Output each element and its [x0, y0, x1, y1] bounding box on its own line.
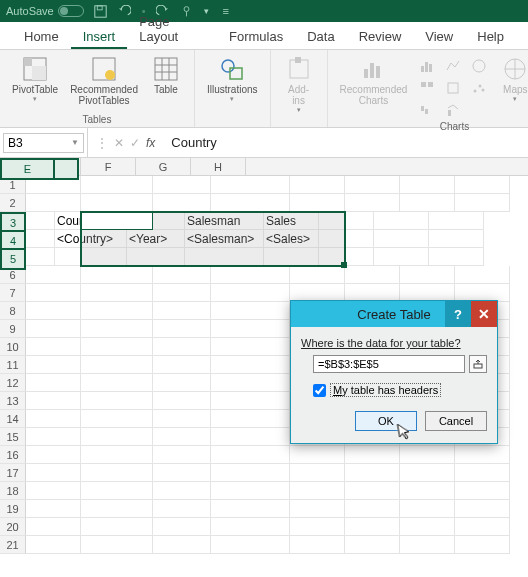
- row-header-20[interactable]: 20: [0, 518, 26, 536]
- cell-F2[interactable]: [345, 194, 400, 212]
- cell-D4[interactable]: <Salesman>: [185, 230, 264, 248]
- cell-G3[interactable]: [374, 212, 429, 230]
- cell-B9[interactable]: [81, 320, 153, 338]
- recommended-pivottables-button[interactable]: Recommended PivotTables: [66, 54, 142, 108]
- addins-button[interactable]: Add- ins: [279, 54, 319, 116]
- cell-A11[interactable]: [26, 356, 81, 374]
- cell-F3[interactable]: [319, 212, 374, 230]
- cell-H2[interactable]: [455, 194, 510, 212]
- cell-G2[interactable]: [400, 194, 455, 212]
- cell-E1[interactable]: [290, 176, 345, 194]
- cell-E2[interactable]: [290, 194, 345, 212]
- tab-review[interactable]: Review: [347, 23, 414, 49]
- cell-A1[interactable]: [26, 176, 81, 194]
- cell-H1[interactable]: [455, 176, 510, 194]
- cell-H20[interactable]: [455, 518, 510, 536]
- cell-B11[interactable]: [81, 356, 153, 374]
- row-header-6[interactable]: 6: [0, 266, 26, 284]
- cell-C2[interactable]: [153, 194, 211, 212]
- headers-checkbox-label[interactable]: My table has headers: [330, 383, 441, 397]
- cell-B14[interactable]: [81, 410, 153, 428]
- cell-C16[interactable]: [153, 446, 211, 464]
- cell-D1[interactable]: [211, 176, 290, 194]
- cell-E16[interactable]: [290, 446, 345, 464]
- row-header-11[interactable]: 11: [0, 356, 26, 374]
- range-input[interactable]: [313, 355, 465, 373]
- cell-A7[interactable]: [26, 284, 81, 302]
- row-header-13[interactable]: 13: [0, 392, 26, 410]
- cell-C5[interactable]: [127, 248, 185, 266]
- row-header-1[interactable]: 1: [0, 176, 26, 194]
- cell-B1[interactable]: [81, 176, 153, 194]
- cell-D11[interactable]: [211, 356, 290, 374]
- column-chart-icon[interactable]: [415, 56, 439, 77]
- cell-D20[interactable]: [211, 518, 290, 536]
- cell-A10[interactable]: [26, 338, 81, 356]
- cancel-formula-icon[interactable]: ✕: [114, 136, 124, 150]
- cell-A18[interactable]: [26, 482, 81, 500]
- cell-H4[interactable]: [429, 230, 484, 248]
- autosave-switch-off[interactable]: [58, 5, 84, 17]
- combo-chart-icon[interactable]: [441, 100, 465, 121]
- cell-G6[interactable]: [400, 266, 455, 284]
- cell-F1[interactable]: [345, 176, 400, 194]
- row-header-21[interactable]: 21: [0, 536, 26, 554]
- cell-C13[interactable]: [153, 392, 211, 410]
- row-header-8[interactable]: 8: [0, 302, 26, 320]
- cell-B20[interactable]: [81, 518, 153, 536]
- cell-D16[interactable]: [211, 446, 290, 464]
- cell-A4[interactable]: [0, 230, 55, 248]
- cell-G1[interactable]: [400, 176, 455, 194]
- cell-D14[interactable]: [211, 410, 290, 428]
- cell-D18[interactable]: [211, 482, 290, 500]
- cell-E21[interactable]: [290, 536, 345, 554]
- cell-E3[interactable]: Sales: [264, 212, 319, 230]
- dialog-close-button[interactable]: ✕: [471, 301, 497, 327]
- cell-F16[interactable]: [345, 446, 400, 464]
- cell-D19[interactable]: [211, 500, 290, 518]
- col-header-G[interactable]: G: [136, 158, 191, 175]
- autosave-toggle[interactable]: AutoSave: [6, 5, 84, 17]
- row-header-18[interactable]: 18: [0, 482, 26, 500]
- cell-E17[interactable]: [290, 464, 345, 482]
- cell-A17[interactable]: [26, 464, 81, 482]
- cell-A9[interactable]: [26, 320, 81, 338]
- recommended-charts-button[interactable]: Recommended Charts: [336, 54, 412, 121]
- cell-B5[interactable]: [55, 248, 127, 266]
- cell-A3[interactable]: [0, 212, 55, 230]
- cell-D5[interactable]: [185, 248, 264, 266]
- cell-B15[interactable]: [81, 428, 153, 446]
- cell-G21[interactable]: [400, 536, 455, 554]
- row-header-17[interactable]: 17: [0, 464, 26, 482]
- select-all-corner[interactable]: [0, 158, 26, 175]
- scatter-chart-icon[interactable]: [467, 78, 491, 99]
- cell-H18[interactable]: [455, 482, 510, 500]
- cell-D10[interactable]: [211, 338, 290, 356]
- cell-F18[interactable]: [345, 482, 400, 500]
- tab-home[interactable]: Home: [12, 23, 71, 49]
- cell-H5[interactable]: [429, 248, 484, 266]
- tab-page-layout[interactable]: Page Layout: [127, 8, 217, 49]
- cell-C15[interactable]: [153, 428, 211, 446]
- row-header-12[interactable]: 12: [0, 374, 26, 392]
- cell-C1[interactable]: [153, 176, 211, 194]
- name-box-dropdown-icon[interactable]: ▼: [71, 138, 79, 147]
- cell-D9[interactable]: [211, 320, 290, 338]
- cell-C20[interactable]: [153, 518, 211, 536]
- cell-D7[interactable]: [211, 284, 290, 302]
- cell-D6[interactable]: [211, 266, 290, 284]
- table-button[interactable]: Table: [146, 54, 186, 108]
- cancel-button[interactable]: Cancel: [425, 411, 487, 431]
- cell-B10[interactable]: [81, 338, 153, 356]
- cell-H19[interactable]: [455, 500, 510, 518]
- cell-H3[interactable]: [429, 212, 484, 230]
- tab-view[interactable]: View: [413, 23, 465, 49]
- cell-A15[interactable]: [26, 428, 81, 446]
- cell-F6[interactable]: [345, 266, 400, 284]
- col-header-F[interactable]: F: [81, 158, 136, 175]
- cell-C19[interactable]: [153, 500, 211, 518]
- cell-C18[interactable]: [153, 482, 211, 500]
- cell-B21[interactable]: [81, 536, 153, 554]
- col-header-H[interactable]: H: [191, 158, 246, 175]
- cell-H21[interactable]: [455, 536, 510, 554]
